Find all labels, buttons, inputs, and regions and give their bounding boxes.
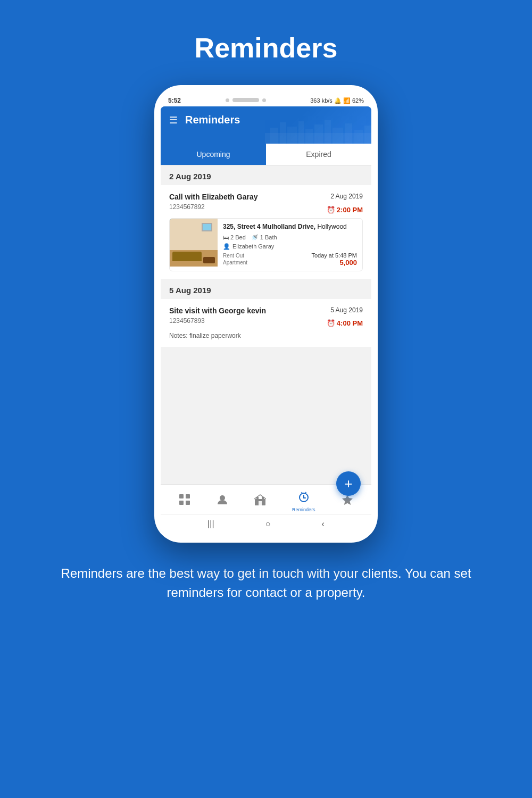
page-description: Reminders are the best way to get in tou…: [0, 564, 532, 602]
svg-rect-15: [186, 501, 190, 505]
nav-item-favorites[interactable]: [342, 494, 353, 510]
reminder-notes-2: Notes: finalize paperwork: [169, 332, 363, 339]
reminder-card-1[interactable]: Call with Elizabeth Garay 2 Aug 2019 123…: [161, 185, 371, 279]
alarm-icon-2: ⏰: [327, 319, 335, 327]
bath-info: 🚿 1 Bath: [251, 234, 277, 241]
reminder-phone-1: 1234567892: [169, 203, 205, 211]
favorites-icon: [342, 494, 353, 509]
fab-button[interactable]: +: [336, 471, 361, 496]
svg-rect-13: [186, 494, 190, 498]
reminder-title-1: Call with Elizabeth Garay: [169, 193, 258, 201]
reminder-top-row-2: Site visit with George kevin 5 Aug 2019: [169, 306, 363, 315]
content-area: 2 Aug 2019 Call with Elizabeth Garay 2 A…: [161, 165, 371, 484]
svg-point-16: [220, 495, 225, 501]
nav-item-properties[interactable]: [254, 494, 266, 510]
property-visit-price: Today at 5:48 PM 5,000: [311, 252, 357, 267]
reminder-date-1: 2 Aug 2019: [330, 193, 363, 200]
room-table: [203, 257, 215, 263]
speaker: [232, 98, 259, 102]
contacts-icon: [217, 494, 228, 509]
room-visual: [170, 219, 218, 267]
status-icons: 363 kb/s 🔔 📶 62%: [310, 97, 364, 104]
property-image-1: [170, 219, 218, 267]
room-sofa: [172, 252, 202, 261]
property-info-1: 325, Street 4 Mulholland Drive, Hollywoo…: [218, 219, 362, 271]
app-header-content: ☰ Reminders: [169, 114, 363, 132]
menu-icon[interactable]: ☰: [169, 115, 178, 125]
svg-rect-12: [179, 494, 184, 498]
room-window: [202, 223, 212, 231]
app-content: ☰ Reminders Upcoming Expired 2 Aug 2019 …: [161, 106, 371, 533]
reminder-card-2[interactable]: Site visit with George kevin 5 Aug 2019 …: [161, 299, 371, 347]
reminder-time-1: ⏰ 2:00 PM: [327, 206, 363, 214]
tab-upcoming[interactable]: Upcoming: [161, 144, 266, 165]
tab-expired[interactable]: Expired: [266, 144, 371, 165]
phone-top-bar: 5:52 363 kb/s 🔔 📶 62%: [161, 95, 371, 106]
agent-icon: 👤: [223, 243, 230, 250]
nav-item-grid[interactable]: [179, 494, 190, 510]
property-card-1[interactable]: 325, Street 4 Mulholland Drive, Hollywoo…: [169, 218, 363, 271]
tabs-container: Upcoming Expired: [161, 144, 371, 165]
back-button[interactable]: |||: [207, 519, 214, 529]
reminder-top-row-1: Call with Elizabeth Garay 2 Aug 2019: [169, 193, 363, 201]
alarm-icon-1: ⏰: [327, 206, 335, 214]
app-screen: ☰ Reminders Upcoming Expired 2 Aug 2019 …: [161, 106, 371, 533]
system-nav: ||| ○ ‹: [161, 514, 371, 531]
property-footer-1: Rent Out Apartment Today at 5:48 PM 5,00…: [223, 252, 357, 267]
svg-rect-14: [179, 501, 184, 505]
reminder-phone-2: 1234567893: [169, 317, 205, 325]
nav-item-reminders[interactable]: Reminders: [292, 491, 315, 512]
grid-icon: [179, 494, 190, 509]
reminders-icon: [298, 491, 310, 506]
properties-icon: [254, 494, 266, 509]
property-price: 5,000: [311, 259, 357, 267]
reminder-time-2: ⏰ 4:00 PM: [327, 319, 363, 327]
property-agent-1: 👤 Elizabeth Garay: [223, 243, 357, 250]
date-header-1: 2 Aug 2019: [161, 165, 371, 185]
property-visit-time: Today at 5:48 PM: [311, 252, 357, 259]
bed-info: 🛏 2 Bed: [223, 234, 246, 241]
nav-icons: Reminders: [161, 489, 371, 514]
recent-button[interactable]: ‹: [322, 519, 325, 529]
page-title: Reminders: [195, 32, 338, 64]
camera-dot: [226, 98, 229, 102]
sensor-dot: [262, 98, 266, 102]
home-button[interactable]: ○: [265, 519, 271, 529]
bed-icon: 🛏: [223, 234, 229, 240]
property-address-1: 325, Street 4 Mulholland Drive, Hollywoo…: [223, 223, 357, 231]
bath-icon: 🚿: [251, 234, 259, 241]
svg-rect-11: [364, 126, 371, 144]
property-type-1: Rent Out Apartment: [223, 252, 247, 266]
phone-frame: 5:52 363 kb/s 🔔 📶 62%: [154, 85, 378, 543]
nav-label-reminders: Reminders: [292, 507, 315, 512]
svg-rect-18: [259, 501, 262, 505]
reminder-date-2: 5 Aug 2019: [330, 306, 363, 314]
status-time: 5:52: [168, 97, 181, 104]
property-meta-1: 🛏 2 Bed 🚿 1 Bath: [223, 234, 357, 241]
app-screen-title: Reminders: [185, 114, 240, 126]
date-header-2: 5 Aug 2019: [161, 279, 371, 299]
svg-marker-24: [342, 495, 353, 505]
nav-item-contacts[interactable]: [217, 494, 228, 510]
reminder-title-2: Site visit with George kevin: [169, 306, 266, 315]
app-header: ☰ Reminders: [161, 106, 371, 144]
phone-notch: [226, 97, 266, 104]
